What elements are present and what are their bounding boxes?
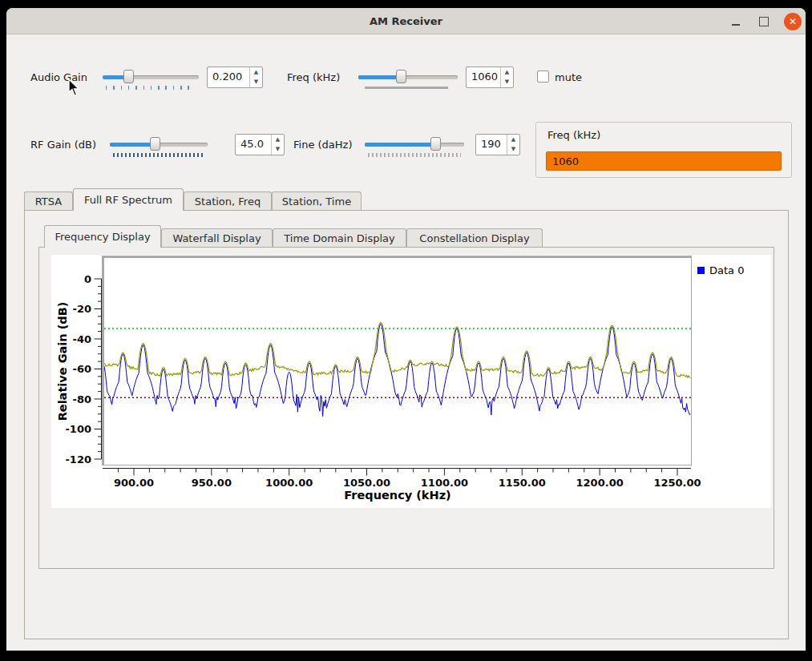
spinbox-value[interactable]: 0.200 <box>208 67 249 87</box>
svg-text:1000.00: 1000.00 <box>265 477 313 489</box>
tab-station-freq[interactable]: Station, Freq <box>184 191 272 210</box>
svg-text:-20: -20 <box>73 303 92 315</box>
spin-up-icon[interactable]: ▲ <box>501 67 513 78</box>
spin-down-icon[interactable]: ▼ <box>501 78 513 88</box>
slider-handle[interactable] <box>396 70 406 83</box>
slider-fill <box>358 75 401 79</box>
rf-gain-slider[interactable] <box>110 136 208 152</box>
screenshot-root: AM Receiver ✕ Audio Gain 0.200 ▲▼ Freq (… <box>0 0 812 661</box>
spin-up-icon[interactable]: ▲ <box>507 135 519 145</box>
tab-waterfall-display[interactable]: Waterfall Display <box>161 228 273 247</box>
am-receiver-window: AM Receiver ✕ Audio Gain 0.200 ▲▼ Freq (… <box>6 8 806 651</box>
tab-time-domain-display[interactable]: Time Domain Display <box>273 228 406 247</box>
audio-gain-slider[interactable] <box>103 69 199 85</box>
spinbox-arrows[interactable]: ▲▼ <box>271 135 284 155</box>
frequency-plot[interactable]: 0-20-40-60-80-100-120900.00950.001000.00… <box>51 255 771 508</box>
tab-full-rf-spectrum[interactable]: Full RF Spectrum <box>73 188 184 211</box>
mute-checkbox[interactable] <box>537 71 549 83</box>
tab-rtsa[interactable]: RTSA <box>24 191 73 210</box>
spinbox-value[interactable]: 1060 <box>467 67 500 87</box>
slider-ticks <box>368 153 461 157</box>
freq-display-group: Freq (kHz) 1060 <box>535 122 792 178</box>
tab-station-time[interactable]: Station, Time <box>272 191 362 210</box>
plot-legend: Data 0 <box>697 264 744 276</box>
slider-ticks <box>365 87 448 89</box>
slider-fill <box>110 143 156 147</box>
window-title: AM Receiver <box>6 8 806 34</box>
spinbox-arrows[interactable]: ▲▼ <box>500 67 513 87</box>
legend-swatch <box>697 267 705 274</box>
rf-gain-label: RF Gain (dB) <box>30 139 96 151</box>
slider-ticks <box>106 86 196 90</box>
mouse-cursor <box>68 79 83 101</box>
spin-up-icon[interactable]: ▲ <box>250 67 262 78</box>
x-axis-title: Frequency (kHz) <box>344 489 450 502</box>
svg-text:1150.00: 1150.00 <box>499 477 546 489</box>
svg-text:-80: -80 <box>73 393 92 405</box>
slider-handle[interactable] <box>150 137 160 151</box>
minimize-icon[interactable] <box>725 8 747 34</box>
spinbox-value[interactable]: 190 <box>476 135 507 155</box>
freq-display-label: Freq (kHz) <box>547 129 600 141</box>
rf-gain-spinbox[interactable]: 45.0 ▲▼ <box>235 134 285 155</box>
close-icon[interactable]: ✕ <box>784 13 802 30</box>
spin-down-icon[interactable]: ▼ <box>272 145 284 155</box>
freq-label: Freq (kHz) <box>287 71 340 83</box>
freq-display-value: 1060 <box>546 151 782 171</box>
svg-text:950.00: 950.00 <box>192 477 232 489</box>
slider-handle[interactable] <box>430 137 441 151</box>
svg-text:1100.00: 1100.00 <box>421 477 468 489</box>
spinbox-value[interactable]: 45.0 <box>236 135 271 155</box>
y-axis-title: Relative Gain (dB) <box>56 302 69 421</box>
svg-text:-100: -100 <box>65 423 91 435</box>
slider-ticks <box>113 153 204 157</box>
spinbox-arrows[interactable]: ▲▼ <box>249 67 262 87</box>
legend-label: Data 0 <box>709 264 744 276</box>
svg-text:0: 0 <box>84 273 91 285</box>
close-button[interactable]: ✕ <box>781 8 805 34</box>
spinbox-arrows[interactable]: ▲▼ <box>507 135 519 155</box>
slider-handle[interactable] <box>123 70 134 83</box>
mute-label: mute <box>555 71 582 83</box>
svg-text:900.00: 900.00 <box>114 477 154 489</box>
freq-spinbox[interactable]: 1060 ▲▼ <box>466 67 514 88</box>
slider-fill <box>365 143 436 147</box>
svg-text:1250.00: 1250.00 <box>653 477 701 489</box>
spin-up-icon[interactable]: ▲ <box>272 135 284 145</box>
tab-constellation-display[interactable]: Constellation Display <box>406 228 543 247</box>
audio-gain-spinbox[interactable]: 0.200 ▲▼ <box>207 67 263 88</box>
tab-frequency-display[interactable]: Frequency Display <box>44 225 161 248</box>
maximize-icon[interactable] <box>753 8 775 34</box>
fine-label: Fine (daHz) <box>293 139 352 151</box>
spin-down-icon[interactable]: ▼ <box>250 78 262 88</box>
spin-down-icon[interactable]: ▼ <box>507 145 519 155</box>
svg-text:-60: -60 <box>73 363 92 375</box>
svg-text:1200.00: 1200.00 <box>576 477 624 489</box>
svg-text:-120: -120 <box>65 453 91 466</box>
spectrum-chart[interactable]: 0-20-40-60-80-100-120900.00950.001000.00… <box>51 255 771 508</box>
svg-text:1050.00: 1050.00 <box>343 477 390 489</box>
fine-slider[interactable] <box>365 136 464 152</box>
svg-text:-40: -40 <box>73 333 92 345</box>
titlebar[interactable]: AM Receiver ✕ <box>6 8 806 34</box>
freq-slider[interactable] <box>358 69 458 85</box>
fine-spinbox[interactable]: 190 ▲▼ <box>475 134 520 155</box>
